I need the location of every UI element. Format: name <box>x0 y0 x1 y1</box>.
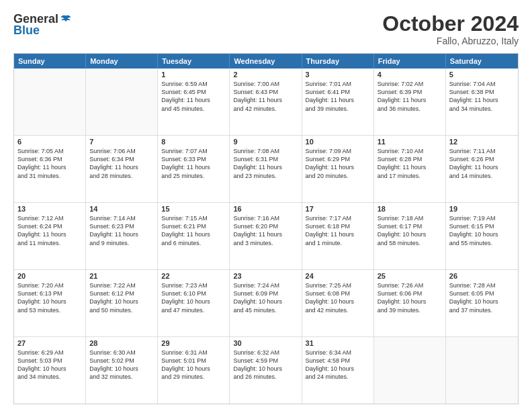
day-info: Sunrise: 6:30 AM Sunset: 5:02 PM Dayligh… <box>89 349 154 381</box>
day-number: 15 <box>161 205 226 213</box>
day-info: Sunrise: 7:10 AM Sunset: 6:28 PM Dayligh… <box>378 147 442 180</box>
day-number: 27 <box>17 339 82 347</box>
day-info: Sunrise: 7:15 AM Sunset: 6:21 PM Dayligh… <box>161 214 226 247</box>
calendar-cell: 19Sunrise: 7:19 AM Sunset: 6:15 PM Dayli… <box>446 203 518 269</box>
calendar-cell: 17Sunrise: 7:17 AM Sunset: 6:18 PM Dayli… <box>302 203 374 269</box>
weekday-header: Saturday <box>446 54 518 68</box>
weekday-header: Tuesday <box>158 54 230 68</box>
day-number: 6 <box>17 138 82 146</box>
day-info: Sunrise: 7:22 AM Sunset: 6:12 PM Dayligh… <box>89 281 154 314</box>
day-info: Sunrise: 7:01 AM Sunset: 6:41 PM Dayligh… <box>306 80 370 113</box>
day-number: 5 <box>449 71 515 79</box>
day-number: 11 <box>378 138 442 146</box>
calendar-cell: 11Sunrise: 7:10 AM Sunset: 6:28 PM Dayli… <box>374 136 446 202</box>
calendar-cell: 26Sunrise: 7:28 AM Sunset: 6:05 PM Dayli… <box>446 270 518 336</box>
day-info: Sunrise: 6:32 AM Sunset: 4:59 PM Dayligh… <box>233 349 298 381</box>
day-info: Sunrise: 7:06 AM Sunset: 6:34 PM Dayligh… <box>89 147 154 180</box>
calendar-cell: 21Sunrise: 7:22 AM Sunset: 6:12 PM Dayli… <box>86 270 158 336</box>
day-info: Sunrise: 7:19 AM Sunset: 6:15 PM Dayligh… <box>449 214 515 247</box>
weekday-header: Friday <box>374 54 446 68</box>
day-number: 16 <box>233 205 298 213</box>
day-number: 14 <box>89 205 154 213</box>
weekday-header: Thursday <box>302 54 374 68</box>
calendar-cell: 25Sunrise: 7:26 AM Sunset: 6:06 PM Dayli… <box>374 270 446 336</box>
day-number: 23 <box>233 272 298 280</box>
day-number: 28 <box>89 339 154 347</box>
day-info: Sunrise: 7:26 AM Sunset: 6:06 PM Dayligh… <box>378 281 442 314</box>
day-info: Sunrise: 7:00 AM Sunset: 6:43 PM Dayligh… <box>233 80 298 113</box>
calendar-cell: 30Sunrise: 6:32 AM Sunset: 4:59 PM Dayli… <box>230 337 302 404</box>
day-info: Sunrise: 7:11 AM Sunset: 6:26 PM Dayligh… <box>449 147 515 180</box>
calendar-cell: 24Sunrise: 7:25 AM Sunset: 6:08 PM Dayli… <box>302 270 374 336</box>
day-info: Sunrise: 6:34 AM Sunset: 4:58 PM Dayligh… <box>306 349 370 381</box>
calendar-body: 1Sunrise: 6:59 AM Sunset: 6:45 PM Daylig… <box>14 68 518 404</box>
calendar-cell: 5Sunrise: 7:04 AM Sunset: 6:38 PM Daylig… <box>446 68 518 135</box>
calendar-cell: 1Sunrise: 6:59 AM Sunset: 6:45 PM Daylig… <box>158 68 230 135</box>
day-number: 3 <box>306 71 370 79</box>
weekday-header: Wednesday <box>230 54 302 68</box>
day-number: 24 <box>306 272 370 280</box>
day-number: 2 <box>233 71 298 79</box>
logo-blue: Blue <box>13 24 40 38</box>
calendar-row: 6Sunrise: 7:05 AM Sunset: 6:36 PM Daylig… <box>14 136 518 203</box>
day-info: Sunrise: 7:02 AM Sunset: 6:39 PM Dayligh… <box>378 80 442 113</box>
day-number: 9 <box>233 138 298 146</box>
calendar-cell: 23Sunrise: 7:24 AM Sunset: 6:09 PM Dayli… <box>230 270 302 336</box>
calendar-cell: 12Sunrise: 7:11 AM Sunset: 6:26 PM Dayli… <box>446 136 518 202</box>
day-info: Sunrise: 7:28 AM Sunset: 6:05 PM Dayligh… <box>449 281 515 314</box>
day-info: Sunrise: 7:07 AM Sunset: 6:33 PM Dayligh… <box>161 147 226 180</box>
day-info: Sunrise: 6:29 AM Sunset: 5:03 PM Dayligh… <box>17 349 82 381</box>
day-number: 7 <box>89 138 154 146</box>
day-number: 13 <box>17 205 82 213</box>
calendar-row: 1Sunrise: 6:59 AM Sunset: 6:45 PM Daylig… <box>14 68 518 136</box>
day-info: Sunrise: 7:25 AM Sunset: 6:08 PM Dayligh… <box>306 281 370 314</box>
day-number: 20 <box>17 272 82 280</box>
title-block: October 2024 Fallo, Abruzzo, Italy <box>382 12 519 46</box>
calendar-cell: 15Sunrise: 7:15 AM Sunset: 6:21 PM Dayli… <box>158 203 230 269</box>
calendar-cell: 16Sunrise: 7:16 AM Sunset: 6:20 PM Dayli… <box>230 203 302 269</box>
calendar-cell: 14Sunrise: 7:14 AM Sunset: 6:23 PM Dayli… <box>86 203 158 269</box>
logo: General Blue <box>13 12 72 38</box>
calendar-cell <box>14 68 86 135</box>
calendar-cell <box>86 68 158 135</box>
calendar-cell: 10Sunrise: 7:09 AM Sunset: 6:29 PM Dayli… <box>302 136 374 202</box>
day-info: Sunrise: 7:17 AM Sunset: 6:18 PM Dayligh… <box>306 214 370 247</box>
day-info: Sunrise: 6:59 AM Sunset: 6:45 PM Dayligh… <box>161 80 226 113</box>
month-title: October 2024 <box>382 12 519 36</box>
calendar-cell: 13Sunrise: 7:12 AM Sunset: 6:24 PM Dayli… <box>14 203 86 269</box>
calendar-cell <box>374 337 446 404</box>
day-info: Sunrise: 7:18 AM Sunset: 6:17 PM Dayligh… <box>378 214 442 247</box>
calendar-cell: 4Sunrise: 7:02 AM Sunset: 6:39 PM Daylig… <box>374 68 446 135</box>
calendar-cell: 8Sunrise: 7:07 AM Sunset: 6:33 PM Daylig… <box>158 136 230 202</box>
logo-bird-icon <box>60 13 72 26</box>
day-number: 30 <box>233 339 298 347</box>
calendar-cell: 31Sunrise: 6:34 AM Sunset: 4:58 PM Dayli… <box>302 337 374 404</box>
calendar-cell: 18Sunrise: 7:18 AM Sunset: 6:17 PM Dayli… <box>374 203 446 269</box>
day-number: 17 <box>306 205 370 213</box>
calendar-cell: 20Sunrise: 7:20 AM Sunset: 6:13 PM Dayli… <box>14 270 86 336</box>
calendar-cell: 6Sunrise: 7:05 AM Sunset: 6:36 PM Daylig… <box>14 136 86 202</box>
weekday-header: Monday <box>86 54 158 68</box>
day-number: 25 <box>378 272 442 280</box>
day-info: Sunrise: 7:09 AM Sunset: 6:29 PM Dayligh… <box>306 147 370 180</box>
day-number: 12 <box>449 138 515 146</box>
day-number: 10 <box>306 138 370 146</box>
calendar-cell: 2Sunrise: 7:00 AM Sunset: 6:43 PM Daylig… <box>230 68 302 135</box>
day-info: Sunrise: 7:23 AM Sunset: 6:10 PM Dayligh… <box>161 281 226 314</box>
day-number: 31 <box>306 339 370 347</box>
header: General Blue October 2024 Fallo, Abruzzo… <box>13 12 519 46</box>
location: Fallo, Abruzzo, Italy <box>382 36 519 46</box>
calendar-cell: 28Sunrise: 6:30 AM Sunset: 5:02 PM Dayli… <box>86 337 158 404</box>
calendar-cell <box>446 337 518 404</box>
day-number: 22 <box>161 272 226 280</box>
calendar-header: SundayMondayTuesdayWednesdayThursdayFrid… <box>14 54 518 68</box>
calendar-cell: 3Sunrise: 7:01 AM Sunset: 6:41 PM Daylig… <box>302 68 374 135</box>
day-info: Sunrise: 7:05 AM Sunset: 6:36 PM Dayligh… <box>17 147 82 180</box>
page: General Blue October 2024 Fallo, Abruzzo… <box>0 0 532 411</box>
calendar-row: 13Sunrise: 7:12 AM Sunset: 6:24 PM Dayli… <box>14 203 518 270</box>
day-number: 4 <box>378 71 442 79</box>
day-info: Sunrise: 7:24 AM Sunset: 6:09 PM Dayligh… <box>233 281 298 314</box>
calendar-cell: 29Sunrise: 6:31 AM Sunset: 5:01 PM Dayli… <box>158 337 230 404</box>
day-info: Sunrise: 7:20 AM Sunset: 6:13 PM Dayligh… <box>17 281 82 314</box>
calendar-cell: 7Sunrise: 7:06 AM Sunset: 6:34 PM Daylig… <box>86 136 158 202</box>
